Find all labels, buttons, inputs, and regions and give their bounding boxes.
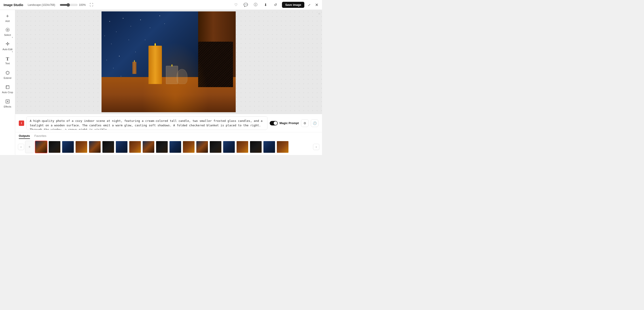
save-image-button[interactable]: Save image (282, 2, 304, 8)
sidebar-text-label: Text (5, 62, 10, 65)
thumbnail-item-17[interactable] (250, 141, 262, 153)
thumbnails-row: ‹ + › (15, 140, 322, 155)
candle-main-flame (154, 43, 156, 46)
candle-small-1-flame (172, 64, 172, 67)
svg-point-0 (6, 28, 10, 32)
info-button[interactable]: ⓘ (252, 2, 259, 8)
thumbnail-item-18[interactable] (263, 141, 276, 153)
canvas-image (102, 12, 236, 112)
select-icon (5, 27, 10, 33)
loading-indicator: ○ (318, 12, 320, 15)
magic-prompt-toggle: Magic Prompt (270, 121, 299, 125)
favorite-button[interactable]: ♡ (233, 2, 239, 8)
sidebar-item-effects[interactable]: Effects (1, 96, 14, 111)
sidebar-item-auto-crop[interactable]: Auto Crop (1, 82, 14, 96)
svg-rect-2 (6, 71, 9, 74)
thumbnail-item-10[interactable] (156, 141, 168, 153)
candle-main (148, 46, 162, 84)
history-button[interactable]: 🕐 (311, 119, 318, 127)
blanket (198, 42, 233, 87)
thumbnail-item-19[interactable] (276, 141, 289, 153)
thumbnail-item-4[interactable] (75, 141, 88, 153)
sidebar-select-label: Select (4, 34, 11, 36)
sidebar-auto-crop-label: Auto Crop (2, 91, 13, 94)
canvas-format: Landscape (1024x768) (28, 3, 55, 7)
thumbnail-next-button[interactable]: › (313, 144, 319, 150)
fit-screen-button[interactable]: ⛶ (88, 2, 94, 8)
prompt-brand-icon: I (19, 120, 24, 126)
thumbnail-item-6[interactable] (102, 141, 114, 153)
app-title: Image Studio (4, 3, 23, 7)
extend-icon (5, 70, 10, 76)
svg-rect-3 (6, 86, 9, 89)
prompt-input[interactable] (26, 116, 268, 130)
thumbnail-item-13[interactable] (196, 141, 208, 153)
select-arrow: ▼ (12, 37, 14, 39)
settings-button[interactable]: ⚙ (301, 119, 308, 127)
effects-icon (5, 99, 10, 105)
thumbnail-item-11[interactable] (169, 141, 182, 153)
magic-prompt-label: Magic Prompt (280, 121, 299, 125)
sidebar-effects-label: Effects (4, 105, 11, 108)
thumbnail-item-16[interactable] (236, 141, 249, 153)
zoom-control: 100% (60, 3, 86, 7)
toggle-knob (274, 121, 277, 125)
thumbnail-item-2[interactable] (48, 141, 61, 153)
thumbnail-add-button[interactable]: + (25, 141, 34, 153)
svg-point-1 (7, 29, 8, 31)
magic-prompt-switch[interactable] (270, 121, 278, 125)
thumbnails-list (35, 141, 312, 153)
auto-edit-icon (5, 42, 10, 47)
outputs-tabs: Outputs Favorites (15, 132, 322, 140)
sidebar-auto-edit-label: Auto Edit (2, 48, 12, 51)
sidebar: + Add Select ▼ Auto Edit ▼ T Te (0, 10, 15, 155)
thumbnail-item-5[interactable] (88, 141, 101, 153)
sidebar-item-select[interactable]: Select ▼ (1, 25, 14, 39)
topbar: Image Studio Landscape (1024x768) 100% ⛶… (0, 0, 322, 10)
sidebar-item-extend[interactable]: Extend (1, 68, 14, 82)
sidebar-extend-label: Extend (4, 77, 11, 79)
prompt-right-controls: Magic Prompt ⚙ 🕐 (270, 119, 318, 127)
thumbnail-item-3[interactable] (62, 141, 74, 153)
bottom-panel: I Magic Prompt ⚙ 🕐 Outputs (15, 114, 322, 155)
sidebar-item-auto-edit[interactable]: Auto Edit ▼ (1, 39, 14, 53)
feedback-button[interactable]: 💬 (242, 2, 249, 8)
add-icon: + (6, 13, 9, 19)
prompt-area: I Magic Prompt ⚙ 🕐 (15, 114, 322, 132)
expand-button[interactable]: ⤢ (308, 3, 310, 7)
refresh-button[interactable]: ↺ (272, 2, 278, 8)
sidebar-add-label: Add (5, 20, 10, 22)
thumbnail-item-7[interactable] (116, 141, 128, 153)
candle-small-2 (177, 69, 188, 84)
tab-favorites[interactable]: Favorites (34, 134, 46, 139)
canvas-area[interactable]: ○ (15, 10, 322, 114)
thumbnail-item-12[interactable] (182, 141, 195, 153)
thumbnail-item-8[interactable] (129, 141, 141, 153)
zoom-slider[interactable] (60, 3, 78, 7)
outputs-strip: Outputs Favorites ‹ + › (15, 132, 322, 155)
thumbnail-item-14[interactable] (209, 141, 222, 153)
thumbnail-item-1[interactable] (35, 141, 48, 153)
candle-distant (132, 62, 136, 74)
close-button[interactable]: ✕ (315, 3, 318, 8)
thumbnail-item-9[interactable] (142, 141, 155, 153)
main-area: + Add Select ▼ Auto Edit ▼ T Te (0, 10, 322, 155)
sidebar-item-text[interactable]: T Text (1, 53, 14, 68)
candle-small-1 (166, 66, 178, 84)
auto-crop-icon (5, 85, 10, 90)
download-button[interactable]: ⬇ (262, 2, 268, 8)
sidebar-item-add[interactable]: + Add (1, 12, 14, 24)
thumbnail-item-15[interactable] (223, 141, 235, 153)
thumbnail-prev-button[interactable]: ‹ (18, 144, 24, 150)
topbar-actions: ♡ 💬 ⓘ ⬇ ↺ Save image ⤢ ✕ (233, 2, 318, 8)
zoom-percent: 100% (79, 3, 86, 7)
tab-outputs[interactable]: Outputs (19, 134, 30, 139)
text-icon: T (6, 56, 9, 61)
auto-edit-arrow: ▼ (12, 51, 14, 53)
candle-distant-flame (134, 60, 135, 62)
